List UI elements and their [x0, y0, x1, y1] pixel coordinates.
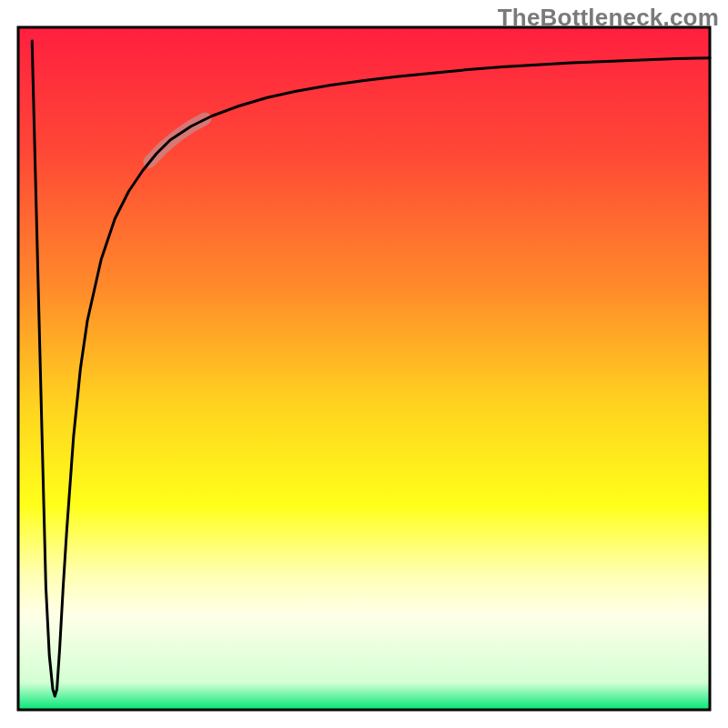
- plot-background: [18, 27, 710, 710]
- chart-container: TheBottleneck.com: [0, 0, 728, 728]
- watermark-text: TheBottleneck.com: [498, 4, 719, 32]
- bottleneck-chart: [0, 0, 728, 728]
